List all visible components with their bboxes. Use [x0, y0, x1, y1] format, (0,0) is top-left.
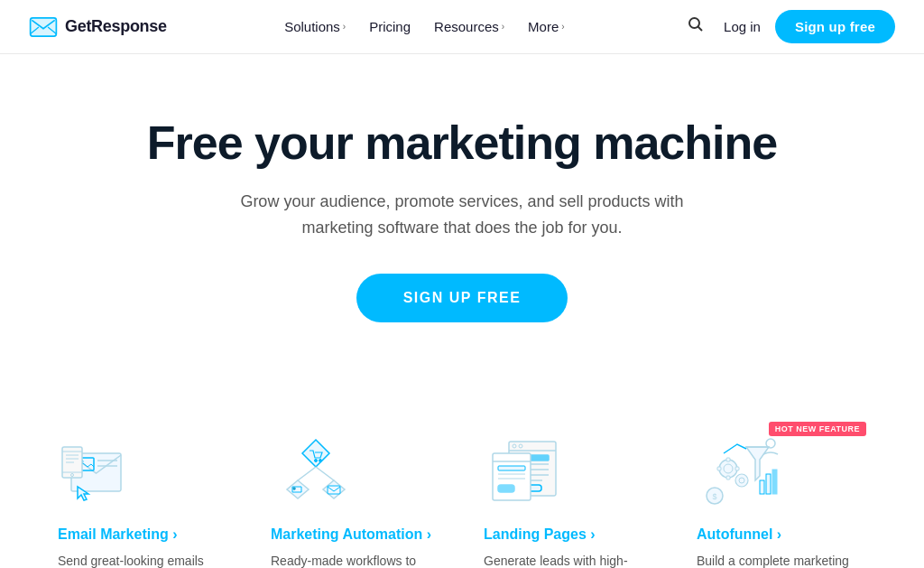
- email-marketing-desc: Send great-looking emails that engage an…: [58, 552, 227, 568]
- nav-links: Solutions › Pricing Resources › More ›: [275, 12, 574, 42]
- logo-text: GetResponse: [65, 17, 167, 36]
- svg-point-18: [319, 459, 322, 461]
- svg-point-50: [735, 474, 748, 487]
- nav-more[interactable]: More ›: [519, 12, 574, 42]
- svg-rect-41: [498, 485, 514, 492]
- chevron-icon: ›: [502, 22, 504, 32]
- marketing-automation-desc: Ready-made workflows to welcome, win bac…: [271, 552, 440, 568]
- login-link[interactable]: Log in: [720, 12, 764, 42]
- chevron-icon: ›: [561, 22, 564, 32]
- email-marketing-icon: [58, 431, 148, 512]
- svg-rect-0: [31, 17, 57, 35]
- chevron-icon: ›: [343, 22, 346, 32]
- svg-line-3: [698, 27, 703, 32]
- hot-badge: HOT NEW FEATURE: [769, 422, 866, 436]
- hero-cta-button[interactable]: SIGN UP FREE: [356, 274, 568, 322]
- svg-rect-47: [726, 476, 730, 480]
- svg-point-22: [293, 488, 295, 489]
- logo[interactable]: GetResponse: [29, 17, 167, 37]
- svg-point-17: [315, 459, 318, 461]
- nav-pricing[interactable]: Pricing: [360, 12, 420, 42]
- svg-rect-48: [717, 467, 721, 470]
- marketing-automation-icon: [271, 431, 361, 512]
- navbar: GetResponse Solutions › Pricing Resource…: [0, 0, 924, 54]
- feature-autofunnel: HOT NEW FEATURE: [675, 404, 888, 568]
- feature-email-marketing: Email Marketing › Send great-looking ema…: [36, 404, 249, 568]
- search-icon[interactable]: [682, 11, 709, 42]
- svg-text:$: $: [712, 492, 716, 501]
- hero-section: Free your marketing machine Grow your au…: [0, 54, 924, 377]
- autofunnel-link[interactable]: Autofunnel ›: [697, 526, 866, 543]
- nav-resources[interactable]: Resources ›: [425, 12, 513, 42]
- svg-rect-49: [735, 467, 739, 470]
- svg-line-20: [316, 467, 334, 480]
- svg-point-43: [766, 439, 775, 448]
- logo-icon: [29, 17, 58, 37]
- landing-pages-icon: [484, 431, 574, 512]
- svg-rect-52: [760, 480, 764, 494]
- svg-point-2: [689, 18, 699, 28]
- hero-subheading: Grow your audience, promote services, an…: [236, 189, 688, 241]
- nav-actions: Log in Sign up free: [682, 10, 895, 43]
- marketing-automation-icon-area: [271, 422, 440, 512]
- feature-landing-pages: Landing Pages › Generate leads with high…: [462, 404, 675, 568]
- hero-heading: Free your marketing machine: [36, 117, 888, 169]
- svg-marker-16: [302, 440, 329, 467]
- features-section: Email Marketing › Send great-looking ema…: [0, 377, 924, 568]
- svg-rect-36: [493, 453, 531, 500]
- signup-button[interactable]: Sign up free: [775, 10, 895, 43]
- landing-pages-icon-area: [484, 422, 653, 512]
- svg-line-19: [298, 467, 316, 480]
- svg-point-44: [719, 460, 737, 478]
- svg-marker-23: [323, 480, 345, 498]
- landing-pages-desc: Generate leads with high-converting land…: [484, 552, 653, 568]
- svg-marker-21: [287, 480, 309, 498]
- email-marketing-icon-area: [58, 422, 227, 512]
- landing-pages-link[interactable]: Landing Pages ›: [484, 526, 653, 543]
- svg-rect-38: [498, 466, 525, 470]
- feature-marketing-automation: Marketing Automation › Ready-made workfl…: [249, 404, 462, 568]
- autofunnel-desc: Build a complete marketing campaign with…: [697, 552, 866, 568]
- email-marketing-link[interactable]: Email Marketing ›: [58, 526, 227, 543]
- svg-rect-46: [726, 458, 730, 461]
- svg-rect-54: [772, 470, 777, 494]
- svg-rect-53: [766, 474, 771, 494]
- marketing-automation-link[interactable]: Marketing Automation ›: [271, 526, 440, 543]
- nav-solutions[interactable]: Solutions ›: [275, 12, 355, 42]
- autofunnel-icon: $: [697, 431, 787, 512]
- autofunnel-icon-area: HOT NEW FEATURE: [697, 422, 866, 512]
